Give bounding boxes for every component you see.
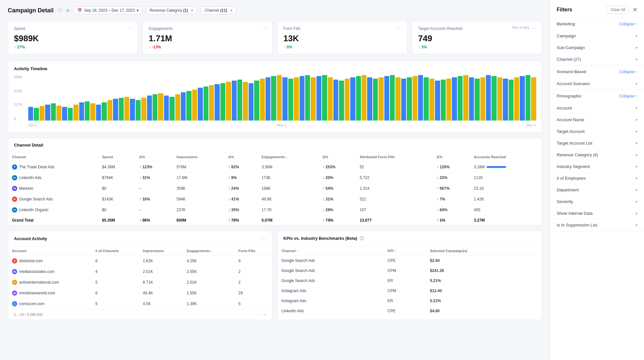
chart-bar bbox=[56, 106, 61, 121]
scenario-section-header: Scenario-Based Collapse ↑ bbox=[550, 66, 644, 78]
col-form-fills[interactable]: Form Fills bbox=[234, 246, 272, 256]
filter-channel[interactable]: Channel (27) ▾ bbox=[550, 54, 644, 65]
chart-bar bbox=[491, 76, 496, 121]
marketing-collapse-btn[interactable]: Collapse ↑ bbox=[619, 22, 638, 26]
chart-bar bbox=[475, 79, 479, 121]
chart-bar bbox=[311, 77, 316, 121]
col-channel[interactable]: Channel bbox=[8, 152, 98, 162]
channel-cell: M Marketo bbox=[8, 183, 98, 194]
filter-target-account[interactable]: Target Account ▾ bbox=[550, 126, 644, 137]
bar-group bbox=[107, 75, 112, 121]
account-pagination: 1 – 10 / 3,266,932 ← → bbox=[8, 309, 272, 320]
chart-bar bbox=[209, 85, 214, 121]
scenario-collapse-btn[interactable]: Collapse ↑ bbox=[619, 70, 638, 74]
filter-industry-segment[interactable]: Industry Segment ▾ bbox=[550, 161, 644, 173]
col-form-fills-delta: Δ% bbox=[433, 152, 470, 162]
chart-bar bbox=[469, 77, 474, 121]
col-impressions[interactable]: Impressions bbox=[139, 246, 183, 256]
filter-account-name[interactable]: Account Name ▾ bbox=[550, 114, 644, 126]
chevron-icon: ▾ bbox=[636, 188, 638, 192]
col-engagements[interactable]: Engagements ↓ bbox=[183, 246, 234, 256]
close-sidebar-button[interactable]: ✕ bbox=[633, 6, 638, 13]
table-row: Google Search Ads CPE $2.94 bbox=[278, 256, 542, 266]
filter-account-scenario[interactable]: Account Scenario ▾ bbox=[550, 78, 644, 90]
col-channel[interactable]: Channel ↑ bbox=[278, 246, 384, 256]
bar-group bbox=[243, 75, 248, 121]
firmographic-collapse-btn[interactable]: Collapse ↑ bbox=[619, 94, 638, 98]
col-account[interactable]: Account bbox=[8, 246, 92, 256]
chart-bar bbox=[288, 79, 293, 121]
chart-bar bbox=[164, 96, 169, 121]
channel-detail-section: Channel Detail Channel Spend Δ% Impressi… bbox=[8, 138, 542, 225]
col-form-fills[interactable]: Attributed Form Fills bbox=[356, 152, 433, 162]
arrow-up-icon: ↑ bbox=[283, 45, 285, 49]
filter-target-account-list[interactable]: Target Account List ▾ bbox=[550, 137, 644, 149]
filter-sub-campaign[interactable]: Sub-Campaign ▾ bbox=[550, 42, 644, 54]
chart-bar bbox=[452, 77, 457, 121]
bar-group bbox=[169, 75, 174, 121]
revenue-category-chip[interactable]: Revenue Category (1) ✕ bbox=[146, 6, 197, 14]
settings-icon[interactable]: ⊕ bbox=[66, 8, 70, 13]
kpi-form-fills-value: 13K bbox=[283, 33, 401, 44]
prev-page-btn[interactable]: ← bbox=[257, 313, 260, 316]
chart-bar bbox=[509, 80, 514, 121]
chart-bar bbox=[407, 77, 412, 121]
table-row: in LinkedIn Ads $794K ↑ 31% 17.8M ↑ 9% 1… bbox=[8, 173, 542, 183]
col-selected-campaigns[interactable]: Selected Campaign(s) bbox=[426, 246, 542, 256]
filter-show-internal-data[interactable]: Show Internal Data ▾ bbox=[550, 208, 644, 219]
col-spend[interactable]: Spend bbox=[98, 152, 135, 162]
chart-y-labels: 650K 433K 217K 0 bbox=[14, 75, 27, 121]
bar-group bbox=[311, 75, 316, 121]
next-page-btn[interactable]: → bbox=[263, 313, 266, 316]
chart-bar bbox=[204, 86, 208, 121]
channel-chip[interactable]: Channel (11) ✕ bbox=[201, 6, 236, 14]
chevron-icon: ▾ bbox=[636, 176, 638, 181]
col-kpi[interactable]: KPI ↑ bbox=[384, 246, 426, 256]
bar-group bbox=[282, 75, 287, 121]
chart-bar bbox=[322, 75, 327, 121]
col-accounts-reached[interactable]: Accounts Reached bbox=[470, 152, 542, 162]
bar-group bbox=[277, 75, 282, 121]
scenario-section-label: Scenario-Based bbox=[557, 70, 586, 74]
info-icon: ⓘ bbox=[360, 236, 364, 241]
col-channels[interactable]: # of Channels bbox=[92, 246, 139, 256]
bar-group bbox=[401, 75, 406, 121]
kpi-target-accounts-more[interactable]: ··· bbox=[531, 26, 537, 32]
account-activity-more[interactable]: ··· bbox=[260, 236, 266, 241]
bar-group bbox=[51, 75, 56, 121]
clear-all-button[interactable]: Clear All bbox=[606, 6, 629, 14]
filter-seniority[interactable]: Seniority ▾ bbox=[550, 196, 644, 208]
remove-revenue-filter-icon[interactable]: ✕ bbox=[191, 8, 193, 13]
kpi-engagements: Engagements ··· 1.71M ↓ -13% bbox=[142, 21, 273, 54]
channel-cell: G Google Search Ads bbox=[8, 194, 98, 205]
filter-department[interactable]: Department ▾ bbox=[550, 184, 644, 196]
chart-bar bbox=[220, 83, 225, 121]
filter-revenue-category[interactable]: Revenue Category (6) ▾ bbox=[550, 149, 644, 161]
marketing-section-header: Marketing Collapse ↑ bbox=[550, 18, 644, 30]
col-impressions[interactable]: Impressions bbox=[173, 152, 224, 162]
bar-group bbox=[102, 75, 106, 121]
bar-group bbox=[322, 75, 327, 121]
chart-bar bbox=[282, 77, 287, 121]
date-range-chip[interactable]: 📅 Sep 18, 2023 – Dec 17, 2023 ▾ bbox=[74, 6, 142, 14]
bar-group bbox=[367, 75, 372, 121]
bar-group bbox=[362, 75, 366, 121]
bar-group bbox=[446, 75, 451, 121]
chart-bar bbox=[378, 77, 383, 121]
filter-campaign[interactable]: Campaign ▾ bbox=[550, 30, 644, 42]
filter-suppression-list[interactable]: Is In Suppression List ▾ bbox=[550, 219, 644, 231]
chart-bar bbox=[62, 107, 67, 121]
info-icon[interactable]: ⓘ bbox=[57, 7, 62, 13]
filter-account[interactable]: Account ▾ bbox=[550, 102, 644, 114]
kpi-engagements-more[interactable]: ··· bbox=[262, 26, 268, 32]
filter-num-employees[interactable]: # of Employees ▾ bbox=[550, 173, 644, 184]
bar-group bbox=[452, 75, 457, 121]
kpi-form-fills-more[interactable]: ··· bbox=[396, 26, 402, 32]
bar-group bbox=[316, 75, 321, 121]
activity-timeline-chart: 650K 433K 217K 0 Oct 1 Nov 1 Dec 1 bbox=[14, 75, 536, 127]
chart-bar bbox=[107, 100, 112, 121]
bar-group bbox=[254, 75, 259, 121]
kpi-spend-more[interactable]: ··· bbox=[127, 26, 133, 32]
remove-channel-filter-icon[interactable]: ✕ bbox=[230, 8, 233, 13]
col-engagements[interactable]: Engagements ↓ bbox=[258, 152, 319, 162]
